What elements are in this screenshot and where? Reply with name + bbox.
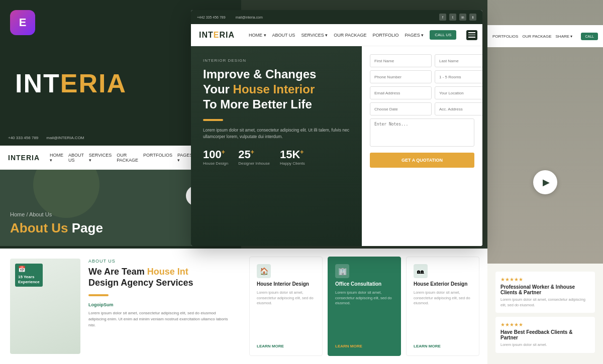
service-icon-interior: 🏠 — [257, 264, 271, 278]
about-heading: We Are Team House Int Design Agency Serv… — [88, 267, 231, 288]
about-heading-normal: We Are Team — [88, 267, 147, 277]
stat-designer-plus: + — [251, 148, 254, 155]
service-desc-office: Lorem ipsum dolor sit amet, consectetur … — [335, 290, 393, 306]
form-location[interactable] — [435, 86, 482, 99]
about-tagline: LogoipSum — [88, 302, 231, 307]
testimonial-item-2: ★★★★★ Have Best Feedback Clients & Partn… — [495, 317, 595, 353]
nav-mini-about[interactable]: ABOUT US — [68, 153, 84, 163]
stat-house-design-num: 100+ — [203, 148, 228, 161]
hero-description: Lorem ipsum dolor sit amet, consectetur … — [203, 127, 350, 140]
service-desc-exterior: Lorem ipsum dolor sit amet, consectetur … — [414, 290, 472, 306]
hero-nav-services[interactable]: SERVICES ▾ — [301, 33, 328, 38]
twitter-icon[interactable]: t — [449, 14, 456, 21]
hero-form: GET A QUOTATION — [362, 46, 482, 246]
facebook-icon[interactable]: f — [439, 14, 446, 21]
hero-headline-highlight: House Interior — [233, 82, 315, 96]
elementor-letter: E — [19, 16, 27, 29]
hero-nav-pages[interactable]: PAGES ▾ — [405, 33, 424, 38]
about-wavy-line — [88, 294, 109, 296]
form-email[interactable] — [370, 86, 432, 99]
hero-nav-package[interactable]: OUR PACKAGE — [334, 33, 366, 38]
service-title-interior: House Interior Design — [257, 281, 315, 287]
testimonial-title-1: Professional Worker & Inhouse Clients & … — [500, 284, 590, 295]
nav-mini-pages[interactable]: PAGES ▾ — [177, 153, 192, 163]
about-heading-rest: Design Agency Services — [88, 278, 193, 288]
nav-mini-package[interactable]: OUR PACKAGE — [117, 153, 138, 163]
badge-icon: 📅 — [18, 266, 40, 274]
service-link-office[interactable]: LEARN MORE — [335, 344, 393, 348]
about-page-title: About Us Page — [10, 220, 211, 236]
instagram-icon[interactable]: in — [459, 14, 466, 21]
service-icon-office: 🏢 — [335, 264, 349, 278]
stat-designer: 25+ Designer Inhouse — [238, 148, 270, 166]
service-desc-interior: Lorem ipsum dolor sit amet, consectetur … — [257, 290, 315, 306]
services-section: 🏠 House Interior Design Lorem ipsum dolo… — [241, 249, 487, 364]
hero-text-block: INTERIOR DESIGN Improve & Changes Your H… — [203, 58, 350, 166]
hero-stats: 100+ House Design 25+ Designer Inhouse 1… — [203, 148, 350, 166]
brand-highlight: ERIA — [60, 69, 127, 98]
about-section: 📅 15 YearsExperience ABOUT US We Are Tea… — [0, 249, 241, 364]
elementor-icon[interactable]: E — [10, 10, 35, 35]
hero-headline: Improve & Changes Your House Interior To… — [203, 67, 350, 112]
about-heading-highlight: House Int — [147, 267, 188, 277]
right-navbar-slice: PORTFOLIOS OUR PACKAGE SHARE ▾ CALL — [487, 25, 603, 47]
hero-navbar: INTERIA HOME ▾ ABOUT US SERVICES ▾ OUR P… — [191, 24, 482, 46]
right-nav-package[interactable]: OUR PACKAGE — [522, 34, 551, 39]
about-title-highlight: About Us — [10, 220, 72, 235]
navbar-mini-logo: INTERIA — [8, 154, 40, 162]
testimonial-strip: ★★★★★ Professional Worker & Inhouse Clie… — [487, 264, 603, 364]
service-link-interior[interactable]: LEARN MORE — [257, 344, 315, 348]
topbar-mini-phone: +40 333 456 789 — [8, 136, 38, 140]
form-first-name[interactable] — [370, 54, 432, 67]
stat-clients-num: 15K+ — [280, 148, 305, 161]
hero-nav-home[interactable]: HOME ▾ — [249, 33, 266, 38]
linkedin-icon[interactable]: li — [469, 14, 476, 21]
hamburger-button[interactable] — [466, 30, 477, 40]
stat-designer-label: Designer Inhouse — [238, 161, 270, 166]
stat-designer-num: 25+ — [238, 148, 270, 161]
form-phone[interactable] — [370, 70, 432, 83]
stat-house-design: 100+ House Design — [203, 148, 228, 166]
nav-mini-services[interactable]: SERVICES ▾ — [89, 153, 112, 163]
service-card-office: 🏢 Office Consultation Lorem ipsum dolor … — [328, 257, 401, 356]
hero-content: INTERIOR DESIGN Improve & Changes Your H… — [191, 46, 482, 246]
about-description: Lorem ipsum dolor sit amet, consectetur … — [88, 310, 231, 328]
about-image-box: 📅 15 YearsExperience — [10, 259, 80, 354]
testimonial-item-1: ★★★★★ Professional Worker & Inhouse Clie… — [495, 272, 595, 313]
stat-house-label: House Design — [203, 161, 228, 166]
testimonial-desc-2: Lorem ipsum dolor sit amet. — [500, 342, 590, 348]
hero-social-icons: f t in li — [439, 14, 476, 21]
stat-clients: 15K+ Happy Clients — [280, 148, 305, 166]
hero-topbar-phone: +442 335 456 789 — [197, 16, 226, 19]
hero-topbar: +442 335 456 789 mail@interia.com f t in… — [191, 10, 482, 24]
right-nav-portfolio[interactable]: PORTFOLIOS — [492, 34, 518, 39]
nav-mini-home[interactable]: HOME ▾ — [50, 153, 63, 163]
form-submit-button[interactable]: GET A QUOTATION — [370, 153, 474, 168]
hero-tag: INTERIOR DESIGN — [203, 58, 350, 63]
about-text-block: ABOUT US We Are Team House Int Design Ag… — [88, 259, 231, 354]
hero-nav-items: HOME ▾ ABOUT US SERVICES ▾ OUR PACKAGE P… — [249, 33, 424, 38]
right-nav-cta[interactable]: CALL — [581, 33, 598, 40]
right-nav-items: PORTFOLIOS OUR PACKAGE SHARE ▾ — [492, 34, 572, 39]
navbar-mini-items: HOME ▾ ABOUT US SERVICES ▾ OUR PACKAGE P… — [50, 153, 192, 163]
hero-nav-portfolio[interactable]: PORTFOLIO — [373, 33, 399, 38]
form-message[interactable] — [370, 118, 474, 147]
nav-mini-portfolio[interactable]: PORTFOLIOS — [143, 153, 172, 163]
hamburger-line1 — [468, 32, 475, 33]
bottom-section: 📅 15 YearsExperience ABOUT US We Are Tea… — [0, 249, 487, 364]
right-nav-pages[interactable]: SHARE ▾ — [556, 34, 573, 39]
hero-nav-about[interactable]: ABOUT US — [272, 33, 295, 38]
form-date[interactable] — [370, 102, 432, 115]
hero-nav-cta[interactable]: CALL US — [430, 30, 456, 40]
service-link-exterior[interactable]: LEARN MORE — [414, 344, 472, 348]
play-button-right[interactable] — [533, 170, 557, 194]
services-row: 🏠 House Interior Design Lorem ipsum dolo… — [249, 257, 479, 356]
hero-card: +442 335 456 789 mail@interia.com f t in… — [191, 10, 482, 246]
hero-topbar-email: mail@interia.com — [236, 16, 263, 19]
hero-logo-highlight: E — [214, 31, 220, 39]
hero-headline-line2: Your House Interior — [203, 82, 315, 96]
form-rooms[interactable] — [435, 70, 482, 83]
form-address[interactable] — [435, 102, 482, 115]
topbar-mini: +40 333 456 789 mail@INTERIA.COM — [0, 131, 221, 145]
form-last-name[interactable] — [435, 54, 482, 67]
